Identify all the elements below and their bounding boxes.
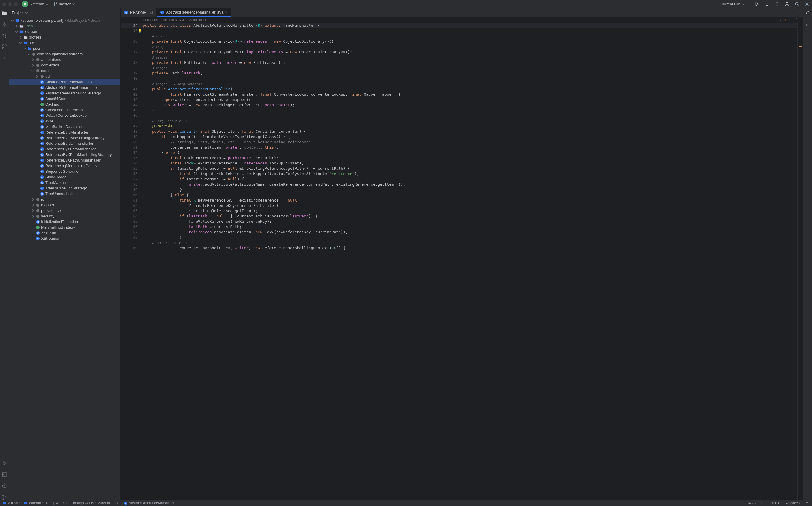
- structure-tool-button[interactable]: [2, 44, 7, 50]
- inspection-widget[interactable]: ✓ ⚠ 2 ˄ ˅: [779, 18, 803, 22]
- tree-row[interactable]: StringCodec: [9, 174, 120, 180]
- tree-row[interactable]: util: [9, 74, 120, 79]
- gutter-line[interactable]: 58: [121, 182, 143, 187]
- chevron-right-icon[interactable]: [35, 75, 39, 78]
- gutter-line[interactable]: 50: [121, 140, 143, 145]
- code-line[interactable]: if (attributeName != null) {: [143, 176, 797, 182]
- tree-row[interactable]: TreeMarshaller: [9, 180, 120, 185]
- tree-row[interactable]: AbstractReferenceMarshaller: [9, 79, 120, 85]
- usages-hint[interactable]: 11 usages: [143, 18, 158, 21]
- inlay-hint[interactable]: 2 usages: [143, 44, 797, 50]
- gutter-line[interactable]: 42: [121, 92, 143, 97]
- code-line[interactable]: private final PathTracker pathTracker = …: [143, 60, 797, 65]
- more-tools-button[interactable]: [2, 55, 7, 61]
- tree-row[interactable]: xstream: [9, 29, 120, 34]
- inlay-hint[interactable]: 4 usages: [143, 33, 797, 39]
- chevron-down-icon[interactable]: [19, 41, 22, 45]
- inlay-hint[interactable]: ▴ Jörg Schaible +1: [143, 118, 797, 123]
- intention-bulb-icon[interactable]: 💡: [138, 28, 142, 33]
- gutter-line[interactable]: 36: [121, 39, 143, 44]
- build-tool-button[interactable]: [2, 461, 7, 466]
- code-line[interactable]: final Id<R> existingReference = referenc…: [143, 161, 797, 166]
- gutter-line[interactable]: 44: [121, 102, 143, 108]
- gutter-line[interactable]: 56: [121, 171, 143, 176]
- gutter-line[interactable]: 35💡: [121, 28, 143, 33]
- gutter-line[interactable]: 46: [121, 113, 143, 118]
- code-line[interactable]: private final ObjectIdDictionary<Object>…: [143, 50, 797, 55]
- code-with-me-button[interactable]: [784, 1, 790, 7]
- gutter-line[interactable]: 37: [121, 50, 143, 55]
- tree-row[interactable]: ClassLoaderReference: [9, 107, 120, 113]
- gutter-line[interactable]: 34: [121, 23, 143, 28]
- gutter-line[interactable]: 66: [121, 224, 143, 230]
- code-line[interactable]: [143, 28, 797, 33]
- code-line[interactable]: super(writer, converterLookup, mapper);: [143, 97, 797, 102]
- search-everywhere-button[interactable]: [794, 1, 800, 7]
- run-button[interactable]: [754, 1, 759, 7]
- code-line[interactable]: final HierarchicalStreamWriter writer, f…: [143, 92, 797, 97]
- tree-row[interactable]: Caching: [9, 101, 120, 107]
- project-panel-header[interactable]: Project: [9, 8, 120, 17]
- gutter-line[interactable]: [121, 81, 143, 86]
- gutter-line[interactable]: [121, 44, 143, 50]
- tree-row[interactable]: MapBackedDataHolder: [9, 124, 120, 130]
- notifications-tool-button[interactable]: [805, 11, 811, 16]
- inlay-hint[interactable]: 3 usages: [143, 55, 797, 60]
- editor-tab[interactable]: README.md: [121, 8, 157, 17]
- gutter-line[interactable]: [121, 33, 143, 39]
- breadcrumb-item[interactable]: src: [44, 501, 49, 505]
- code-line[interactable]: if (lastPath == null || !currentPath.isA…: [143, 214, 797, 219]
- breadcrumb-item[interactable]: thoughtworks: [73, 501, 94, 505]
- tree-row[interactable]: annotations: [9, 57, 120, 62]
- code-line[interactable]: converter.marshal(item, writer, new Refe…: [143, 245, 797, 251]
- gutter-line[interactable]: 47: [121, 123, 143, 129]
- gutter-line[interactable]: 65: [121, 219, 143, 224]
- tree-row[interactable]: ReferenceByXPathMarshallingStrategy: [9, 152, 120, 157]
- editor-gutter[interactable]: 3435💡36373839404142434445464748495051525…: [121, 22, 143, 500]
- more-actions-button[interactable]: [774, 1, 780, 7]
- inlay-hint[interactable]: ▴ Jörg Schaible +1: [143, 240, 797, 245]
- tree-row[interactable]: InitializationException: [9, 219, 120, 225]
- gutter-line[interactable]: 63: [121, 208, 143, 214]
- tree-row[interactable]: java: [9, 46, 120, 51]
- gutter-line[interactable]: [121, 65, 143, 71]
- gutter-line[interactable]: 51: [121, 145, 143, 150]
- gutter-line[interactable]: 38: [121, 60, 143, 65]
- chevron-right-icon[interactable]: [31, 198, 35, 201]
- indent-setting[interactable]: 4 spaces: [786, 501, 800, 505]
- code-line[interactable]: private Path lastPath;: [143, 71, 797, 76]
- code-line[interactable]: } else {: [143, 192, 797, 198]
- tree-row[interactable]: AbstractReferenceUnmarshaller: [9, 85, 120, 90]
- chevron-right-icon[interactable]: [31, 64, 35, 67]
- editor-body[interactable]: 3435💡36373839404142434445464748495051525…: [121, 22, 803, 500]
- chevron-down-icon[interactable]: [31, 69, 35, 73]
- tree-row[interactable]: com.thoughtworks.xstream: [9, 51, 120, 57]
- tree-row[interactable]: Base64Codec: [9, 96, 120, 101]
- gutter-line[interactable]: 54: [121, 161, 143, 166]
- gutter-line[interactable]: 57: [121, 176, 143, 182]
- code-line[interactable]: private final ObjectIdDictionary<Id<R>> …: [143, 39, 797, 44]
- breadcrumb-item[interactable]: java: [53, 501, 59, 505]
- author-hint[interactable]: ▴ Jörg Schaible +1: [179, 18, 206, 22]
- gutter-line[interactable]: 49: [121, 134, 143, 140]
- breadcrumb-item[interactable]: xstream: [3, 501, 20, 505]
- tree-row[interactable]: core: [9, 68, 120, 74]
- chevron-right-icon[interactable]: [19, 35, 22, 39]
- tree-row[interactable]: mapper: [9, 202, 120, 208]
- gutter-line[interactable]: 45: [121, 108, 143, 113]
- code-area[interactable]: public abstract class AbstractReferenceM…: [143, 22, 797, 500]
- terminal-tool-button[interactable]: [2, 472, 7, 477]
- code-line[interactable]: final R newReferenceKey = existingRefere…: [143, 198, 797, 203]
- gutter-line[interactable]: 69: [121, 245, 143, 251]
- gutter-line[interactable]: 40: [121, 76, 143, 81]
- tree-row[interactable]: converters: [9, 62, 120, 68]
- chevron-down-icon[interactable]: [15, 30, 18, 33]
- tree-row[interactable]: persistence: [9, 208, 120, 213]
- readonly-toggle[interactable]: [805, 501, 809, 505]
- tree-row[interactable]: AbstractTreeMarshallingStrategy: [9, 90, 120, 96]
- tree-row[interactable]: ReferenceByXPathUnmarshaller: [9, 157, 120, 163]
- breadcrumb-item[interactable]: xstream: [24, 501, 41, 505]
- code-line[interactable]: }: [143, 108, 797, 113]
- gutter-line[interactable]: 59: [121, 187, 143, 192]
- tree-row[interactable]: src: [9, 40, 120, 46]
